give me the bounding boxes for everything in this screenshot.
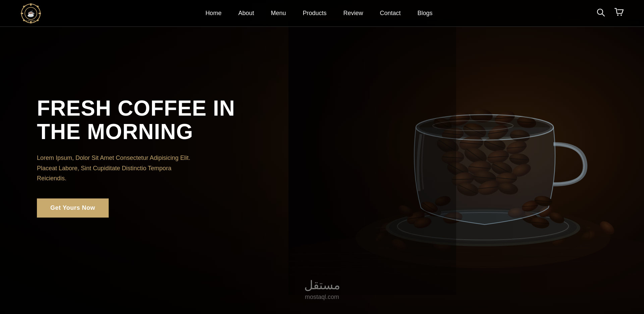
nav-blogs[interactable]: Blogs [418,10,433,17]
svg-line-13 [602,14,604,16]
watermark: مستقل mostaql.com [304,278,340,301]
svg-text:CATENA: CATENA [26,20,36,22]
hero-section: FRESH COFFEE IN THE MORNING Lorem Ipsum,… [0,0,644,314]
nav-contact[interactable]: Contact [380,10,401,17]
nav-home[interactable]: Home [205,10,221,17]
svg-rect-8 [23,19,25,21]
nav-review[interactable]: Review [343,10,363,17]
svg-point-15 [621,14,622,16]
svg-rect-3 [21,13,23,14]
nav-about[interactable]: About [238,10,254,17]
cart-icon[interactable] [614,8,624,19]
watermark-arabic: مستقل [304,278,340,292]
svg-rect-1 [30,3,32,6]
svg-point-14 [617,14,619,16]
navbar-icons [596,8,624,19]
svg-rect-6 [37,19,39,21]
svg-rect-5 [23,5,25,7]
svg-rect-4 [39,13,41,14]
svg-rect-7 [37,5,39,7]
watermark-url: mostaql.com [304,294,340,301]
search-icon[interactable] [596,8,605,19]
logo[interactable]: ☕ CATENA [20,3,42,24]
cta-button[interactable]: Get Yours Now [37,198,109,217]
navbar: ☕ CATENA Home About Menu Products Review… [0,0,644,27]
main-nav: Home About Menu Products Review Contact … [205,10,432,17]
nav-products[interactable]: Products [303,10,326,17]
hero-content: FRESH COFFEE IN THE MORNING Lorem Ipsum,… [37,97,235,218]
svg-text:☕: ☕ [27,10,35,17]
hero-title: FRESH COFFEE IN THE MORNING [37,97,235,144]
nav-menu[interactable]: Menu [271,10,286,17]
hero-subtitle: Lorem Ipsum, Dolor Sit Amet Consectetur … [37,153,201,184]
